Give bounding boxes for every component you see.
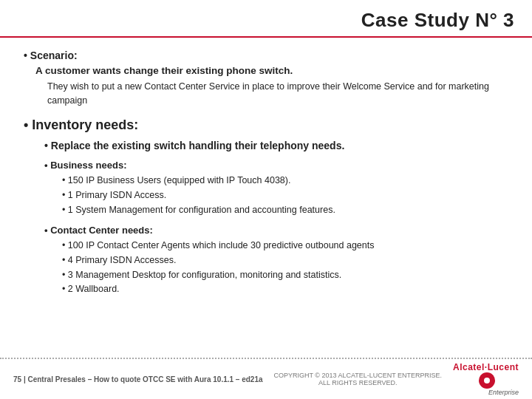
business-heading: • Business needs: <box>24 158 508 173</box>
scenario-section: • Scenario: A customer wants change thei… <box>24 48 508 108</box>
enterprise-label: Enterprise <box>488 389 519 396</box>
contact-center-heading: • Contact Center needs: <box>24 223 508 238</box>
cc-item-3: • 2 Wallboard. <box>24 282 508 296</box>
inventory-heading: • Inventory needs: <box>24 115 508 135</box>
slide: Case Study N° 3 • Scenario: A customer w… <box>0 0 532 399</box>
footer-right: Alcatel·Lucent Enterprise <box>453 362 519 396</box>
footer: 75 | Central Presales – How to quote OTC… <box>0 358 532 399</box>
replace-heading: • Replace the existing switch handling t… <box>24 138 508 154</box>
business-item-0: • 150 IP Business Users (equipped with I… <box>24 174 508 188</box>
footer-center: COPYRIGHT © 2013 ALCATEL-LUCENT ENTERPRI… <box>263 372 453 386</box>
alcatel-name: Alcatel·Lucent <box>453 362 519 372</box>
cc-item-0: • 100 IP Contact Center Agents which inc… <box>24 239 508 253</box>
scenario-body: A customer wants change their existing p… <box>24 64 508 78</box>
cc-item-1: • 4 Primary ISDN Accesses. <box>24 253 508 267</box>
scenario-label: • Scenario: <box>24 48 508 64</box>
header: Case Study N° 3 <box>0 0 532 38</box>
alcatel-dot-icon <box>479 372 495 389</box>
inventory-section: • Inventory needs: • Replace the existin… <box>24 115 508 296</box>
cc-item-2: • 3 Management Desktop for configuration… <box>24 268 508 282</box>
business-item-1: • 1 Primary ISDN Access. <box>24 188 508 202</box>
content: • Scenario: A customer wants change thei… <box>0 38 532 303</box>
slide-title: Case Study N° 3 <box>361 9 514 32</box>
footer-left: 75 | Central Presales – How to quote OTC… <box>13 375 263 383</box>
business-item-2: • 1 System Management for configuration … <box>24 203 508 217</box>
alcatel-logo: Alcatel·Lucent <box>453 362 519 389</box>
scenario-sub: They wish to put a new Contact Center Se… <box>24 80 508 108</box>
